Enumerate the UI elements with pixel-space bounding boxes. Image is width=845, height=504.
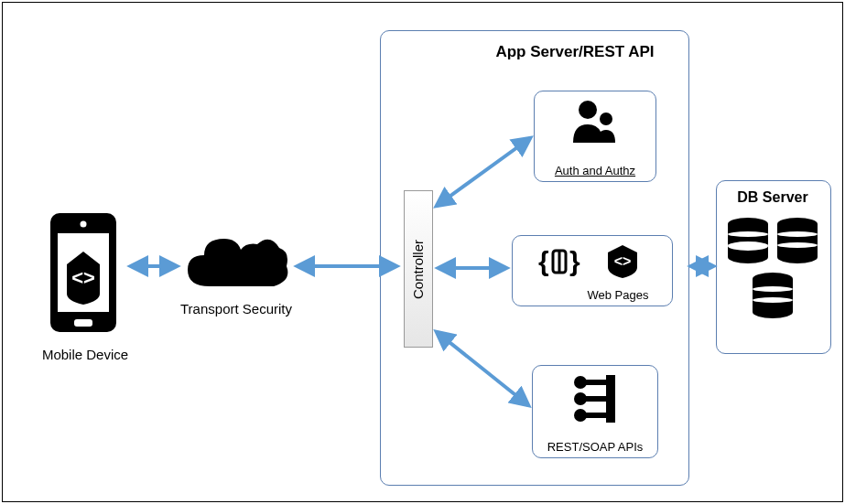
db-title: DB Server <box>716 189 829 206</box>
mobile-device-icon: <> <box>47 213 120 332</box>
svg-point-35 <box>777 242 818 248</box>
svg-rect-3 <box>74 319 92 327</box>
svg-rect-16 <box>584 396 608 402</box>
code-shield-icon: <> <box>604 243 641 280</box>
svg-text:}: } <box>569 246 580 276</box>
svg-point-34 <box>777 231 818 237</box>
web-label: Web Pages <box>568 288 668 302</box>
rest-box: REST/SOAP APIs <box>532 365 658 458</box>
code-braces-icon: { } <box>538 245 582 280</box>
svg-text:<>: <> <box>614 253 632 269</box>
auth-box: Auth and Authz <box>534 91 656 182</box>
cloud-icon <box>182 230 292 295</box>
database-icon <box>724 215 821 343</box>
diagram-frame: <> Mobile Device Transport Security App … <box>2 2 843 502</box>
svg-rect-14 <box>584 380 608 385</box>
mobile-label: Mobile Device <box>21 347 149 362</box>
svg-point-32 <box>728 231 768 237</box>
svg-point-28 <box>777 251 818 263</box>
svg-point-31 <box>753 306 793 318</box>
web-box: { } <> Web Pages <box>512 235 673 306</box>
transport-label: Transport Security <box>168 301 305 316</box>
svg-point-5 <box>579 101 597 119</box>
app-server-title: App Server/REST API <box>470 43 680 61</box>
auth-label: Auth and Authz <box>535 164 655 177</box>
svg-point-36 <box>753 286 793 292</box>
user-group-icon <box>569 97 621 148</box>
svg-point-21 <box>728 251 768 263</box>
rest-label: REST/SOAP APIs <box>533 440 657 454</box>
api-nodes-icon <box>571 373 619 424</box>
controller-label: Controller <box>411 239 427 298</box>
controller-box: Controller <box>404 190 433 348</box>
svg-text:<>: <> <box>71 266 95 289</box>
svg-rect-18 <box>584 413 608 418</box>
svg-point-33 <box>728 242 768 248</box>
svg-point-1 <box>81 221 87 228</box>
svg-text:{: { <box>538 246 549 276</box>
svg-point-37 <box>753 297 793 303</box>
svg-point-6 <box>600 113 612 125</box>
